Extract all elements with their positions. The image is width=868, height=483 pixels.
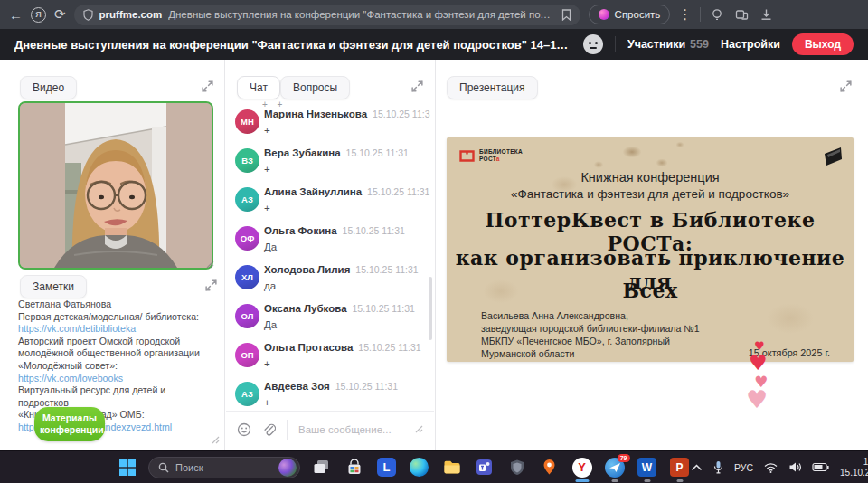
chat-message-list[interactable]: МН Марина Низенькова15.10.25 11:31 + ВЗ …	[228, 109, 430, 407]
message-text: Да	[264, 319, 430, 330]
battery-icon[interactable]	[812, 462, 829, 472]
participants-button[interactable]: Участники559	[627, 38, 709, 51]
yandex-profile-icon[interactable]: Я	[31, 7, 46, 23]
slide-conference-line2: «Фантастика и фэнтези для детей и подрос…	[447, 187, 854, 201]
speaker-icon[interactable]	[788, 461, 801, 473]
avatar: МН	[235, 109, 259, 134]
start-button[interactable]	[116, 456, 138, 478]
chat-message: АЗ Авдеева Зоя15.10.25 11:31 +	[228, 381, 430, 407]
chat-message: ВЗ Вера Зубакина15.10.25 11:31 +	[228, 147, 430, 186]
message-author: Холодова Лилия	[264, 264, 350, 275]
message-time: 15.10.25 11:31	[343, 225, 405, 236]
chat-message: ОЛ Оксана Лубкова15.10.25 11:31 Да	[228, 303, 430, 342]
avatar: ВЗ	[235, 148, 259, 173]
chat-input-row	[226, 411, 434, 447]
message-text: +	[264, 125, 430, 136]
url-text: pruffme.com	[99, 9, 163, 20]
reload-icon[interactable]: ⟳	[54, 6, 66, 23]
map-pin-app-button[interactable]	[538, 456, 561, 478]
message-time: 15.10.25 11:31	[373, 109, 430, 119]
materials-button-line2: конференции	[40, 424, 104, 435]
browser-toolbar: ← Я ⟳ pruffme.com Дневные выступления на…	[0, 0, 868, 29]
yandex-browser-button[interactable]: Y	[571, 456, 593, 478]
header-divider	[615, 36, 616, 52]
ask-alice-button[interactable]: Спросить	[589, 5, 671, 24]
video-resize-handle[interactable]	[206, 260, 214, 269]
bookmark-icon[interactable]	[561, 9, 571, 21]
avatar: ОЛ	[235, 304, 259, 328]
toolbar-divider	[700, 7, 701, 22]
attach-file-icon[interactable]	[262, 422, 276, 437]
chat-scrollbar[interactable]	[429, 277, 432, 340]
tray-clock[interactable]: 11:31 15.10.2025	[840, 457, 868, 478]
chat-message-input[interactable]	[298, 424, 404, 435]
message-time: 15.10.25 11:31	[335, 381, 398, 392]
tray-chevron-icon[interactable]	[691, 464, 703, 471]
tab-questions[interactable]: Вопросы	[280, 76, 350, 99]
message-author: Авдеева Зоя	[264, 381, 330, 392]
mail-app-button[interactable]: 79	[603, 456, 626, 478]
exit-button[interactable]: Выход	[792, 33, 854, 55]
message-time: 15.10.25 11:31	[358, 342, 420, 353]
message-author: Ольга Протасова	[264, 342, 353, 353]
author-line: Васильева Анна Александровна,	[481, 309, 700, 322]
message-time: 15.10.25 11:31	[346, 147, 409, 158]
message-author: Марина Низенькова	[264, 109, 367, 119]
collections-icon[interactable]	[735, 8, 749, 21]
language-indicator[interactable]: РУС	[734, 462, 753, 473]
taskbar-search[interactable]	[148, 457, 300, 478]
video-expand-icon[interactable]	[201, 80, 214, 93]
emoji-icon[interactable]	[237, 422, 251, 437]
search-input[interactable]	[175, 462, 272, 473]
message-text: +	[264, 358, 430, 369]
notes-panel-label: Заметки	[20, 275, 87, 298]
presentation-expand-icon[interactable]	[839, 80, 853, 93]
vk-teams-button[interactable]	[505, 456, 528, 478]
notes-expand-icon[interactable]	[204, 279, 218, 292]
settings-button[interactable]: Настройки	[721, 38, 780, 51]
message-text: +	[264, 164, 430, 175]
author-line: заведующая городской библиотеки-филиала …	[481, 322, 700, 335]
chat-message: ОФ Ольга Фокина15.10.25 11:31 Да	[228, 225, 430, 264]
teams-icon	[476, 459, 493, 476]
message-time: 15.10.25 11:31	[367, 186, 429, 197]
conference-materials-button[interactable]: Материалы конференции	[34, 407, 105, 441]
file-explorer-button[interactable]	[440, 456, 463, 478]
notes-link[interactable]: https://vk.com/detibiblioteka	[18, 323, 212, 336]
microsoft-store-button[interactable]	[343, 456, 365, 478]
avatar: ОП	[235, 343, 259, 367]
notes-resize-handle[interactable]	[212, 436, 220, 444]
ask-label: Спросить	[615, 9, 661, 20]
loop-icon: L	[377, 458, 396, 477]
download-icon[interactable]	[760, 8, 772, 21]
main-area: Видео	[0, 60, 868, 450]
webinar-title: Дневные выступления на конференции "Фант…	[14, 38, 571, 52]
powerpoint-icon: P	[670, 458, 689, 477]
webinar-header: Дневные выступления на конференции "Фант…	[0, 29, 868, 60]
wifi-icon[interactable]	[764, 462, 778, 473]
edge-browser-button[interactable]	[408, 456, 430, 478]
microphone-icon[interactable]	[713, 460, 723, 474]
logo-line2-accent: а	[496, 156, 500, 162]
address-bar[interactable]: pruffme.com Дневные выступления на конфе…	[74, 5, 580, 25]
notes-link[interactable]: https://vk.com/lovebooks	[18, 373, 212, 385]
chat-resize-handle[interactable]	[415, 425, 423, 433]
presentation-slide[interactable]: БИБЛИОТЕКА РОСТа Книжная конференция «Фа…	[447, 137, 854, 362]
tab-chat[interactable]: Чат	[237, 76, 280, 99]
notes-line: Авторский проект Омской городской	[18, 336, 212, 348]
store-icon	[346, 459, 363, 476]
teams-button[interactable]	[473, 456, 495, 478]
kebab-menu-icon[interactable]: ⋮	[678, 6, 692, 23]
logo-line1: БИБЛИОТЕКА	[479, 148, 523, 156]
library-logo-icon	[459, 149, 475, 163]
webcam-video[interactable]	[18, 101, 213, 270]
message-author: Ольга Фокина	[264, 225, 337, 236]
back-icon[interactable]: ←	[9, 7, 23, 23]
powerpoint-button[interactable]: P	[668, 456, 691, 478]
extension-lamp-icon[interactable]	[711, 8, 723, 21]
task-view-button[interactable]	[310, 456, 333, 478]
reactions-emoji-icon[interactable]	[583, 34, 603, 54]
word-button[interactable]: W	[636, 456, 658, 478]
loop-app-button[interactable]: L	[375, 456, 398, 478]
chat-expand-icon[interactable]	[410, 80, 424, 93]
